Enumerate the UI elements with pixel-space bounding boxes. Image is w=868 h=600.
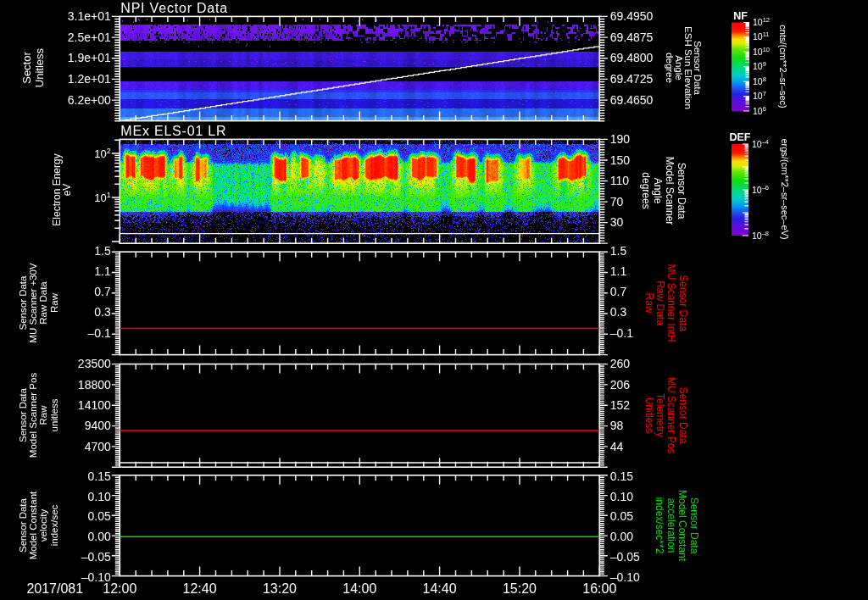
svg-text:1012: 1012 [753, 16, 770, 27]
svg-text:1.5: 1.5 [94, 244, 111, 258]
svg-text:0.15: 0.15 [88, 469, 111, 483]
svg-text:14:00: 14:00 [342, 581, 376, 596]
svg-text:260: 260 [610, 357, 631, 370]
svg-text:0.3: 0.3 [610, 305, 627, 319]
svg-text:1.1: 1.1 [610, 264, 627, 278]
svg-text:Unitless: Unitless [33, 47, 46, 87]
svg-text:0.7: 0.7 [94, 285, 111, 298]
svg-text:–0.1: –0.1 [610, 326, 633, 340]
svg-text:152: 152 [610, 398, 631, 412]
svg-text:1010: 1010 [753, 46, 770, 57]
svg-text:Sensor Data: Sensor Data [18, 497, 28, 553]
svg-text:0.00: 0.00 [610, 530, 633, 543]
svg-text:2017/081: 2017/081 [26, 581, 83, 596]
svg-text:0.7: 0.7 [610, 285, 627, 298]
svg-text:206: 206 [610, 378, 631, 392]
svg-text:69.4650: 69.4650 [610, 93, 654, 107]
svg-text:Angle: Angle [652, 178, 664, 204]
svg-text:0.10: 0.10 [610, 490, 633, 503]
svg-text:unitless: unitless [49, 398, 59, 431]
svg-text:190: 190 [610, 132, 631, 146]
svg-text:0.15: 0.15 [610, 469, 633, 483]
svg-text:DEF: DEF [730, 131, 751, 143]
svg-text:110: 110 [610, 174, 630, 187]
svg-text:–0.05: –0.05 [81, 550, 111, 564]
svg-text:MU Scanner Pos: MU Scanner Pos [665, 377, 677, 454]
svg-text:ergs/(cm**2–sr–sec–eV): ergs/(cm**2–sr–sec–eV) [780, 138, 790, 239]
svg-text:cnts/(cm**2–sr–sec): cnts/(cm**2–sr–sec) [778, 25, 788, 108]
svg-text:14:40: 14:40 [423, 581, 457, 596]
svg-text:Model Constant: Model Constant [676, 490, 688, 562]
svg-text:index/sec: index/sec [49, 504, 59, 546]
svg-text:0.3: 0.3 [94, 305, 111, 319]
svg-text:Sensor Data: Sensor Data [18, 275, 28, 331]
svg-text:velocity: velocity [38, 509, 48, 542]
svg-text:Sensor Data: Sensor Data [18, 387, 28, 442]
svg-text:Raw: Raw [643, 292, 655, 313]
svg-text:Sensor Data: Sensor Data [688, 497, 700, 554]
svg-text:12:00: 12:00 [103, 581, 136, 596]
svg-text:0.05: 0.05 [610, 509, 633, 523]
svg-text:2.5e+01: 2.5e+01 [68, 31, 111, 44]
svg-text:69.4950: 69.4950 [610, 9, 654, 23]
svg-text:69.4725: 69.4725 [610, 72, 654, 86]
svg-text:0.10: 0.10 [88, 490, 111, 503]
svg-text:109: 109 [753, 60, 766, 71]
svg-text:1.1: 1.1 [94, 264, 111, 278]
svg-text:12:40: 12:40 [183, 581, 217, 596]
svg-text:23500: 23500 [78, 357, 111, 370]
svg-text:18800: 18800 [78, 378, 111, 392]
svg-text:MEx ELS-01 LR: MEx ELS-01 LR [120, 124, 226, 138]
svg-text:102: 102 [94, 147, 110, 160]
svg-text:13:20: 13:20 [263, 581, 297, 596]
svg-text:1.5: 1.5 [610, 244, 627, 258]
svg-text:degree: degree [665, 53, 675, 83]
svg-text:–0.05: –0.05 [610, 550, 640, 564]
svg-text:Model Constant: Model Constant [28, 491, 38, 559]
svg-text:Telemetry: Telemetry [654, 393, 666, 437]
svg-text:10–4: 10–4 [752, 138, 769, 149]
svg-text:MU Scanner IntH: MU Scanner IntH [665, 264, 677, 342]
svg-text:108: 108 [753, 75, 766, 86]
svg-text:0.05: 0.05 [88, 509, 111, 523]
svg-text:Sensor Data: Sensor Data [676, 163, 687, 219]
svg-text:14100: 14100 [78, 398, 111, 412]
svg-text:Sensor Data: Sensor Data [677, 275, 689, 331]
svg-text:69.4800: 69.4800 [610, 51, 654, 64]
svg-text:Sector: Sector [20, 52, 33, 84]
svg-text:44: 44 [610, 440, 624, 453]
svg-text:4700: 4700 [85, 440, 111, 453]
svg-text:69.4875: 69.4875 [610, 31, 654, 44]
svg-text:106: 106 [753, 105, 766, 116]
svg-text:107: 107 [753, 90, 766, 101]
svg-text:9400: 9400 [85, 419, 111, 432]
svg-text:MU Scanner +30V: MU Scanner +30V [28, 263, 38, 343]
svg-text:1.9e+01: 1.9e+01 [68, 51, 111, 64]
svg-text:101: 101 [94, 191, 110, 204]
svg-text:0.00: 0.00 [88, 530, 111, 543]
svg-text:–0.1: –0.1 [88, 326, 111, 340]
svg-text:6.2e+00: 6.2e+00 [68, 93, 111, 107]
svg-text:3.1e+01: 3.1e+01 [68, 9, 111, 23]
svg-text:index/sec**2: index/sec**2 [654, 497, 665, 554]
svg-text:NPI Vector Data: NPI Vector Data [120, 1, 228, 15]
svg-text:30: 30 [610, 215, 624, 229]
svg-text:70: 70 [610, 195, 624, 208]
svg-text:Unitless: Unitless [643, 397, 655, 434]
svg-text:150: 150 [610, 153, 631, 167]
svg-text:acceleration: acceleration [665, 498, 677, 553]
svg-text:1011: 1011 [753, 31, 769, 42]
svg-text:10–6: 10–6 [752, 184, 769, 195]
svg-text:Raw: Raw [49, 292, 59, 313]
svg-text:Model Scanner: Model Scanner [664, 157, 676, 225]
svg-text:1.2e+01: 1.2e+01 [68, 72, 111, 86]
svg-text:15:20: 15:20 [503, 581, 537, 596]
svg-text:Raw Data: Raw Data [654, 281, 666, 325]
svg-text:10–8: 10–8 [752, 230, 769, 241]
svg-text:NF: NF [733, 10, 748, 22]
svg-text:Sensor Data: Sensor Data [677, 387, 689, 444]
svg-text:Raw: Raw [38, 405, 48, 425]
svg-text:eV: eV [61, 184, 73, 197]
svg-text:degrees: degrees [640, 172, 652, 208]
svg-text:Model Scanner Pos: Model Scanner Pos [28, 373, 38, 458]
